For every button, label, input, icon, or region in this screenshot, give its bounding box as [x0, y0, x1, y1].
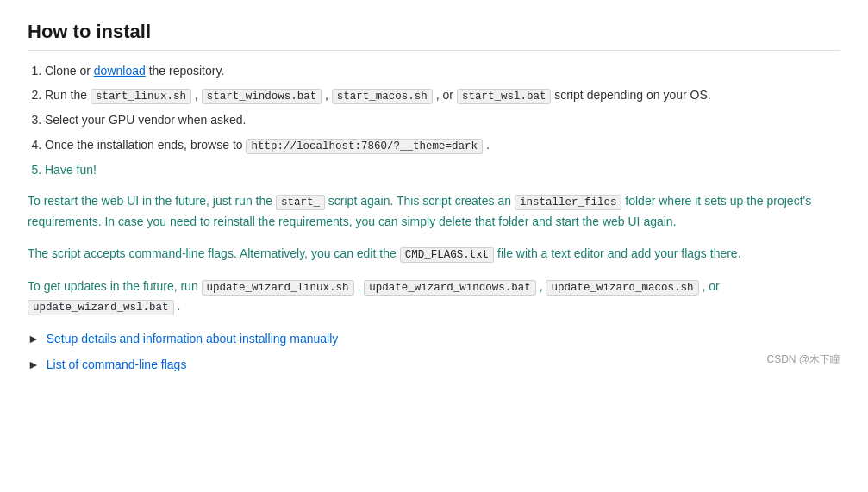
code-update-linux: update_wizard_linux.sh: [202, 280, 354, 296]
paragraph-updates: To get updates in the future, run update…: [28, 277, 840, 317]
code-start-windows: start_windows.bat: [202, 89, 322, 104]
code-start-linux: start_linux.sh: [91, 89, 191, 104]
collapsible-setup-link[interactable]: Setup details and information about inst…: [47, 332, 339, 346]
download-link[interactable]: download: [94, 64, 146, 78]
collapsible-flags[interactable]: ► List of command-line flags CSDN @木下瞳: [28, 355, 840, 374]
code-update-macos: update_wizard_macos.sh: [546, 280, 698, 296]
paragraph-flags: The script accepts command-line flags. A…: [28, 244, 840, 265]
code-start-script: start_: [276, 195, 325, 210]
collapsible-section: ► Setup details and information about in…: [28, 329, 840, 375]
paragraph-restart: To restart the web UI in the future, jus…: [28, 191, 840, 232]
step-4: Once the installation ends, browse to ht…: [45, 135, 840, 155]
code-update-wsl: update_wizard_wsl.bat: [28, 300, 174, 315]
step-2: Run the start_linux.sh , start_windows.b…: [45, 85, 840, 105]
code-cmd-flags: CMD_FLAGS.txt: [400, 247, 495, 263]
code-start-wsl: start_wsl.bat: [457, 89, 552, 104]
arrow-icon-flags: ►: [28, 355, 40, 374]
code-start-macos: start_macos.sh: [332, 89, 433, 104]
step-3: Select your GPU vendor when asked.: [45, 110, 840, 129]
install-steps: Clone or download the repository. Run th…: [45, 61, 840, 179]
page-title: How to install: [28, 21, 840, 51]
code-localhost: http://localhost:7860/?__theme=dark: [246, 139, 483, 154]
footer-credit: CSDN @木下瞳: [766, 352, 840, 368]
step-1: Clone or download the repository.: [45, 61, 840, 80]
collapsible-setup[interactable]: ► Setup details and information about in…: [28, 329, 840, 348]
step-5: Have fun!: [45, 160, 840, 179]
collapsible-flags-link[interactable]: List of command-line flags: [47, 358, 187, 371]
code-update-windows: update_wizard_windows.bat: [364, 280, 536, 296]
code-installer-files: installer_files: [515, 195, 622, 210]
arrow-icon-setup: ►: [28, 329, 40, 348]
